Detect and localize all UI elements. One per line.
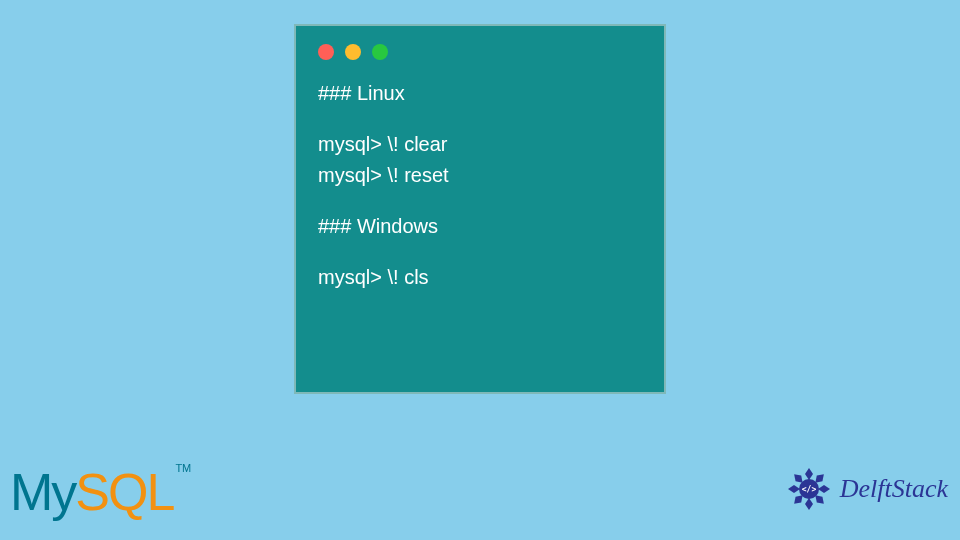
heading-windows: ### Windows [318, 211, 642, 242]
code-line: mysql> \! cls [318, 262, 642, 293]
code-content: ### Linux mysql> \! clear mysql> \! rese… [318, 78, 642, 293]
svg-marker-0 [805, 468, 813, 480]
svg-marker-6 [788, 485, 800, 493]
close-icon [318, 44, 334, 60]
mysql-logo: MySQLTM [10, 462, 191, 522]
delftstack-text: DelftStack [840, 474, 948, 504]
code-line: mysql> \! clear [318, 129, 642, 160]
terminal-window: ### Linux mysql> \! clear mysql> \! rese… [294, 24, 666, 394]
window-controls [318, 44, 642, 60]
maximize-icon [372, 44, 388, 60]
spacer [318, 242, 642, 262]
mysql-logo-my: My [10, 463, 75, 521]
heading-linux: ### Linux [318, 78, 642, 109]
svg-marker-4 [805, 498, 813, 510]
delftstack-logo: </> DelftStack [784, 464, 948, 514]
spacer [318, 109, 642, 129]
delftstack-icon: </> [784, 464, 834, 514]
svg-text:</>: </> [801, 485, 816, 494]
mysql-logo-sql: SQL [75, 463, 173, 521]
mysql-logo-tm: TM [175, 462, 191, 474]
svg-marker-2 [818, 485, 830, 493]
code-line: mysql> \! reset [318, 160, 642, 191]
minimize-icon [345, 44, 361, 60]
spacer [318, 191, 642, 211]
